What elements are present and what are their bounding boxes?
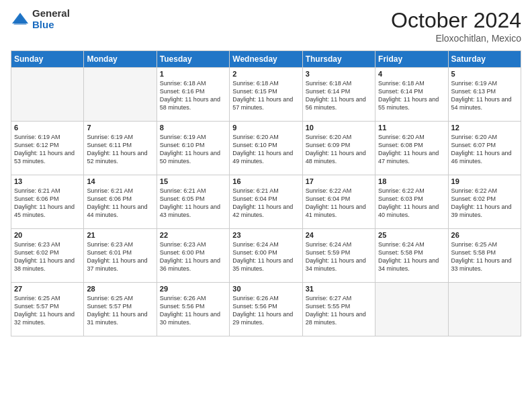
cell-info: Sunrise: 6:21 AMSunset: 6:04 PMDaylight:… xyxy=(232,187,299,220)
day-number: 1 xyxy=(160,70,226,78)
day-number: 11 xyxy=(378,124,445,132)
calendar-cell: 3Sunrise: 6:18 AMSunset: 6:14 PMDaylight… xyxy=(302,68,375,122)
calendar-week-row: 20Sunrise: 6:23 AMSunset: 6:02 PMDayligh… xyxy=(11,229,521,283)
calendar-cell: 29Sunrise: 6:26 AMSunset: 5:56 PMDayligh… xyxy=(157,283,229,336)
day-number: 20 xyxy=(14,231,81,239)
cell-info: Sunrise: 6:22 AMSunset: 6:03 PMDaylight:… xyxy=(378,187,445,220)
day-number: 6 xyxy=(14,124,81,132)
calendar-cell: 19Sunrise: 6:22 AMSunset: 6:02 PMDayligh… xyxy=(448,175,521,229)
cell-info: Sunrise: 6:21 AMSunset: 6:05 PMDaylight:… xyxy=(160,187,226,220)
logo-blue-text: Blue xyxy=(32,19,70,31)
calendar-cell: 13Sunrise: 6:21 AMSunset: 6:06 PMDayligh… xyxy=(11,175,84,229)
cell-info: Sunrise: 6:25 AMSunset: 5:57 PMDaylight:… xyxy=(87,294,153,327)
day-number: 31 xyxy=(306,285,372,293)
logo-icon xyxy=(11,10,30,29)
day-number: 9 xyxy=(232,124,299,132)
calendar-header-row: SundayMondayTuesdayWednesdayThursdayFrid… xyxy=(11,51,521,68)
calendar-cell: 27Sunrise: 6:25 AMSunset: 5:57 PMDayligh… xyxy=(11,283,84,336)
day-number: 29 xyxy=(160,285,226,293)
day-number: 3 xyxy=(306,70,372,78)
cell-info: Sunrise: 6:23 AMSunset: 6:02 PMDaylight:… xyxy=(14,240,81,273)
cell-info: Sunrise: 6:27 AMSunset: 5:55 PMDaylight:… xyxy=(306,294,372,327)
cell-info: Sunrise: 6:18 AMSunset: 6:14 PMDaylight:… xyxy=(378,79,445,112)
cell-info: Sunrise: 6:20 AMSunset: 6:09 PMDaylight:… xyxy=(306,133,372,166)
cell-info: Sunrise: 6:26 AMSunset: 5:56 PMDaylight:… xyxy=(160,294,226,327)
calendar-cell: 10Sunrise: 6:20 AMSunset: 6:09 PMDayligh… xyxy=(302,122,375,175)
day-number: 30 xyxy=(232,285,299,293)
calendar-cell: 24Sunrise: 6:24 AMSunset: 5:59 PMDayligh… xyxy=(302,229,375,283)
day-number: 28 xyxy=(87,285,153,293)
cell-info: Sunrise: 6:19 AMSunset: 6:13 PMDaylight:… xyxy=(451,79,518,112)
day-number: 12 xyxy=(451,124,518,132)
day-number: 19 xyxy=(451,177,518,185)
calendar-cell: 20Sunrise: 6:23 AMSunset: 6:02 PMDayligh… xyxy=(11,229,84,283)
day-number: 27 xyxy=(14,285,81,293)
cell-info: Sunrise: 6:23 AMSunset: 6:00 PMDaylight:… xyxy=(160,240,226,273)
calendar-header-monday: Monday xyxy=(84,51,157,68)
day-number: 5 xyxy=(451,70,518,78)
calendar-cell xyxy=(448,283,521,336)
logo: General Blue xyxy=(11,8,70,30)
day-number: 21 xyxy=(87,231,153,239)
day-number: 7 xyxy=(87,124,153,132)
day-number: 25 xyxy=(378,231,445,239)
day-number: 2 xyxy=(232,70,299,78)
calendar-cell xyxy=(375,283,448,336)
calendar-cell: 2Sunrise: 6:18 AMSunset: 6:15 PMDaylight… xyxy=(230,68,302,122)
calendar-cell: 4Sunrise: 6:18 AMSunset: 6:14 PMDaylight… xyxy=(375,68,448,122)
calendar-cell: 31Sunrise: 6:27 AMSunset: 5:55 PMDayligh… xyxy=(302,283,375,336)
calendar-cell xyxy=(84,68,157,122)
calendar-cell: 18Sunrise: 6:22 AMSunset: 6:03 PMDayligh… xyxy=(375,175,448,229)
cell-info: Sunrise: 6:23 AMSunset: 6:01 PMDaylight:… xyxy=(87,240,153,273)
calendar-cell: 7Sunrise: 6:19 AMSunset: 6:11 PMDaylight… xyxy=(84,122,157,175)
day-number: 14 xyxy=(87,177,153,185)
calendar-cell: 9Sunrise: 6:20 AMSunset: 6:10 PMDaylight… xyxy=(230,122,302,175)
day-number: 8 xyxy=(160,124,226,132)
cell-info: Sunrise: 6:22 AMSunset: 6:04 PMDaylight:… xyxy=(306,187,372,220)
month-title: October 2024 xyxy=(391,8,521,33)
page: General Blue October 2024 Eloxochitlan, … xyxy=(0,0,532,411)
day-number: 16 xyxy=(232,177,299,185)
cell-info: Sunrise: 6:20 AMSunset: 6:08 PMDaylight:… xyxy=(378,133,445,166)
calendar-cell: 30Sunrise: 6:26 AMSunset: 5:56 PMDayligh… xyxy=(230,283,302,336)
cell-info: Sunrise: 6:19 AMSunset: 6:12 PMDaylight:… xyxy=(14,133,81,166)
calendar-header-sunday: Sunday xyxy=(11,51,84,68)
logo-text: General Blue xyxy=(32,8,70,30)
cell-info: Sunrise: 6:21 AMSunset: 6:06 PMDaylight:… xyxy=(14,187,81,220)
cell-info: Sunrise: 6:21 AMSunset: 6:06 PMDaylight:… xyxy=(87,187,153,220)
cell-info: Sunrise: 6:26 AMSunset: 5:56 PMDaylight:… xyxy=(232,294,299,327)
calendar-cell: 6Sunrise: 6:19 AMSunset: 6:12 PMDaylight… xyxy=(11,122,84,175)
cell-info: Sunrise: 6:24 AMSunset: 5:58 PMDaylight:… xyxy=(378,240,445,273)
calendar-cell: 1Sunrise: 6:18 AMSunset: 6:16 PMDaylight… xyxy=(157,68,229,122)
calendar-cell: 23Sunrise: 6:24 AMSunset: 6:00 PMDayligh… xyxy=(230,229,302,283)
day-number: 17 xyxy=(306,177,372,185)
calendar-header-tuesday: Tuesday xyxy=(157,51,229,68)
calendar-cell: 11Sunrise: 6:20 AMSunset: 6:08 PMDayligh… xyxy=(375,122,448,175)
calendar-cell: 25Sunrise: 6:24 AMSunset: 5:58 PMDayligh… xyxy=(375,229,448,283)
cell-info: Sunrise: 6:19 AMSunset: 6:10 PMDaylight:… xyxy=(160,133,226,166)
calendar-cell: 8Sunrise: 6:19 AMSunset: 6:10 PMDaylight… xyxy=(157,122,229,175)
cell-info: Sunrise: 6:22 AMSunset: 6:02 PMDaylight:… xyxy=(451,187,518,220)
day-number: 15 xyxy=(160,177,226,185)
day-number: 18 xyxy=(378,177,445,185)
day-number: 26 xyxy=(451,231,518,239)
calendar-cell: 28Sunrise: 6:25 AMSunset: 5:57 PMDayligh… xyxy=(84,283,157,336)
calendar-cell: 16Sunrise: 6:21 AMSunset: 6:04 PMDayligh… xyxy=(230,175,302,229)
calendar-week-row: 27Sunrise: 6:25 AMSunset: 5:57 PMDayligh… xyxy=(11,283,521,336)
calendar-header-thursday: Thursday xyxy=(302,51,375,68)
cell-info: Sunrise: 6:19 AMSunset: 6:11 PMDaylight:… xyxy=(87,133,153,166)
cell-info: Sunrise: 6:24 AMSunset: 6:00 PMDaylight:… xyxy=(232,240,299,273)
cell-info: Sunrise: 6:25 AMSunset: 5:57 PMDaylight:… xyxy=(14,294,81,327)
calendar-cell: 15Sunrise: 6:21 AMSunset: 6:05 PMDayligh… xyxy=(157,175,229,229)
logo-general-text: General xyxy=(32,8,70,19)
calendar-header-wednesday: Wednesday xyxy=(230,51,302,68)
calendar-week-row: 13Sunrise: 6:21 AMSunset: 6:06 PMDayligh… xyxy=(11,175,521,229)
calendar-cell: 12Sunrise: 6:20 AMSunset: 6:07 PMDayligh… xyxy=(448,122,521,175)
cell-info: Sunrise: 6:24 AMSunset: 5:59 PMDaylight:… xyxy=(306,240,372,273)
calendar-cell: 17Sunrise: 6:22 AMSunset: 6:04 PMDayligh… xyxy=(302,175,375,229)
calendar-header-saturday: Saturday xyxy=(448,51,521,68)
cell-info: Sunrise: 6:18 AMSunset: 6:14 PMDaylight:… xyxy=(306,79,372,112)
calendar-cell: 22Sunrise: 6:23 AMSunset: 6:00 PMDayligh… xyxy=(157,229,229,283)
day-number: 13 xyxy=(14,177,81,185)
calendar-cell: 21Sunrise: 6:23 AMSunset: 6:01 PMDayligh… xyxy=(84,229,157,283)
